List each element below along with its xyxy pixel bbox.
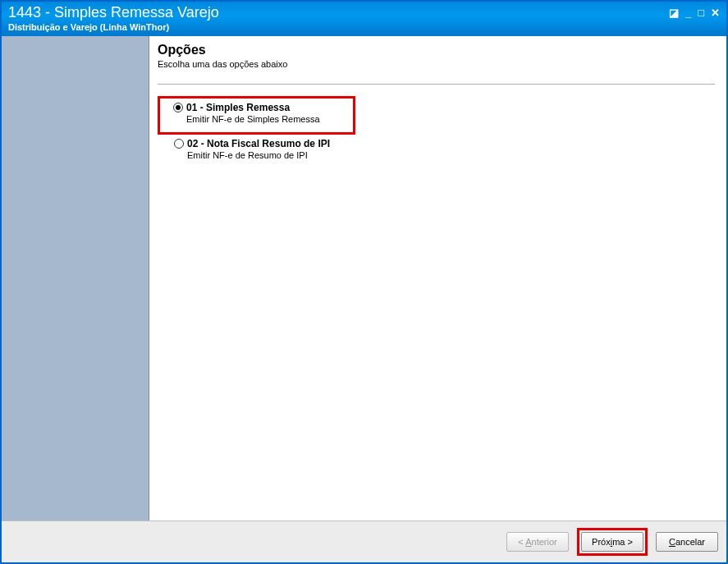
next-button-highlight: Próxima >	[577, 528, 648, 556]
minimize-icon[interactable]: _	[685, 7, 691, 19]
radio-option-2[interactable]	[174, 139, 184, 149]
window-title: 1443 - Simples Remessa Varejo	[8, 5, 219, 21]
window-controls: ◪ _ □ ✕	[669, 7, 720, 19]
maximize-icon[interactable]: □	[698, 7, 704, 19]
radio-option-1[interactable]	[173, 103, 183, 112]
window-subtitle: Distribuição e Varejo (Linha WinThor)	[8, 22, 219, 32]
divider	[158, 84, 715, 85]
next-button[interactable]: Próxima >	[581, 532, 643, 552]
option-2-desc: Emitir NF-e de Resumo de IPI	[187, 150, 712, 160]
content-pane: Opções Escolha uma das opções abaixo 01 …	[149, 36, 726, 520]
wizard-side-panel	[2, 36, 149, 520]
option-2[interactable]: 02 - Nota Fiscal Resumo de IPI Emitir NF…	[171, 136, 715, 167]
option-group: 01 - Simples Remessa Emitir NF-e de Simp…	[158, 96, 715, 167]
page-subtext: Escolha uma das opções abaixo	[158, 59, 715, 69]
option-1[interactable]: 01 - Simples Remessa Emitir NF-e de Simp…	[170, 100, 323, 131]
titlebar-text: 1443 - Simples Remessa Varejo Distribuiç…	[8, 5, 219, 32]
titlebar: 1443 - Simples Remessa Varejo Distribuiç…	[2, 2, 726, 36]
app-window: 1443 - Simples Remessa Varejo Distribuiç…	[0, 0, 728, 564]
edit-icon[interactable]: ◪	[669, 7, 679, 19]
cancel-button[interactable]: Cancelar	[656, 532, 718, 552]
option-1-desc: Emitir NF-e de Simples Remessa	[186, 114, 320, 124]
option-2-label: 02 - Nota Fiscal Resumo de IPI	[187, 138, 330, 149]
prev-button: < Anterior	[506, 532, 569, 552]
option-highlight: 01 - Simples Remessa Emitir NF-e de Simp…	[158, 96, 355, 135]
body-area: Opções Escolha uma das opções abaixo 01 …	[2, 36, 726, 520]
button-bar: < Anterior Próxima > Cancelar	[2, 520, 726, 562]
page-heading: Opções	[158, 43, 715, 57]
option-1-label: 01 - Simples Remessa	[186, 102, 290, 113]
close-icon[interactable]: ✕	[711, 7, 720, 19]
